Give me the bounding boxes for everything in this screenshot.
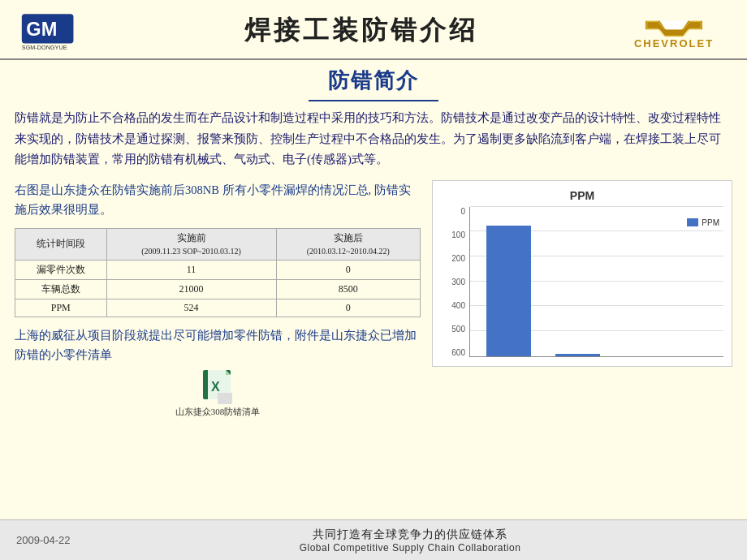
row-before-ppm: 524 [106,299,276,317]
chevrolet-logo: CHEVROLET [617,6,731,55]
grid-line-600 [470,206,723,207]
table-header-after: 实施后(2010.03.12~2010.04.22) [276,228,420,260]
y-label-200: 200 [451,254,465,263]
y-label-600: 600 [451,348,465,357]
page-title: 焊接工装防错介绍 [106,13,617,49]
chart-title: PPM [441,189,723,202]
y-axis-labels: 600 500 400 300 200 100 0 [441,207,469,357]
left-column: 右图是山东捷众在防错实施前后308NB 所有小零件漏焊的情况汇总, 防错实施后效… [15,180,421,419]
section-title-underline [309,100,438,101]
chart-legend: PPM [687,218,719,227]
section-title: 防错简介 [0,67,747,95]
bar-before [486,226,531,355]
footer: 2009-04-22 共同打造有全球竞争力的供应链体系 Global Compe… [0,519,747,560]
chart-container: PPM 600 500 400 300 200 100 0 [432,180,732,367]
legend-label: PPM [702,218,719,227]
row-before-missed: 11 [106,260,276,279]
legend-box [687,218,698,226]
table-row: 漏零件次数 11 0 [15,260,421,279]
two-column-layout: 右图是山东捷众在防错实施前后308NB 所有小零件漏焊的情况汇总, 防错实施后效… [15,180,732,419]
excel-file-icon: X [203,370,232,406]
row-after-vehicles: 8500 [276,279,420,299]
row-label-vehicles: 车辆总数 [15,279,107,299]
left-description: 右图是山东捷众在防错实施前后308NB 所有小零件漏焊的情况汇总, 防错实施后效… [15,180,421,220]
file-label: 山东捷众308防错清单 [175,406,261,418]
chart-inner: PPM [469,207,723,357]
footer-text: 共同打造有全球竞争力的供应链体系 Global Competitive Supp… [89,528,731,554]
chart-area: 600 500 400 300 200 100 0 [441,207,723,357]
intro-paragraph: 防错就是为防止不合格品的发生而在产品设计和制造过程中采用的技巧和方法。防错技术是… [15,108,732,170]
row-after-missed: 0 [276,260,420,279]
data-table: 统计时间段 实施前(2009.11.23 SOP~2010.03.12) 实施后… [15,228,421,317]
footer-english-text: Global Competitive Supply Chain Collabor… [89,542,731,554]
y-label-400: 400 [451,301,465,310]
svg-text:SGM-DONGYUE: SGM-DONGYUE [22,43,67,50]
bottom-left-text: 上海的威征从项目阶段就提出尽可能增加零件防错，附件是山东捷众已增加防错的小零件清… [15,325,421,365]
sgm-dongyue-logo: GM SGM-DONGYUE [16,6,106,55]
footer-date: 2009-04-22 [16,534,89,546]
main-content: 防错就是为防止不合格品的发生而在产品设计和制造过程中采用的技巧和方法。防错技术是… [0,108,747,418]
svg-text:GM: GM [26,18,57,39]
bar-after [555,354,600,356]
y-label-500: 500 [451,325,465,334]
row-label-ppm: PPM [15,299,107,317]
svg-rect-11 [218,393,232,404]
file-icon-area: X 山东捷众308防错清单 [15,370,421,418]
footer-chinese-text: 共同打造有全球竞争力的供应链体系 [89,528,731,542]
row-after-ppm: 0 [276,299,420,317]
header: GM SGM-DONGYUE 焊接工装防错介绍 CHEVROLET [0,0,747,60]
right-column: PPM 600 500 400 300 200 100 0 [432,180,732,419]
y-label-300: 300 [451,278,465,286]
y-label-0: 0 [460,207,465,216]
table-header-before: 实施前(2009.11.23 SOP~2010.03.12) [106,228,276,260]
bars-area: PPM [469,207,723,357]
table-row: 车辆总数 21000 8500 [15,279,421,299]
y-label-100: 100 [451,230,465,239]
chevrolet-text: CHEVROLET [634,37,714,50]
table-header-period: 统计时间段 [15,228,107,260]
row-before-vehicles: 21000 [106,279,276,299]
row-label-missed: 漏零件次数 [15,260,107,279]
svg-text:X: X [211,380,220,394]
table-row: PPM 524 0 [15,299,421,317]
